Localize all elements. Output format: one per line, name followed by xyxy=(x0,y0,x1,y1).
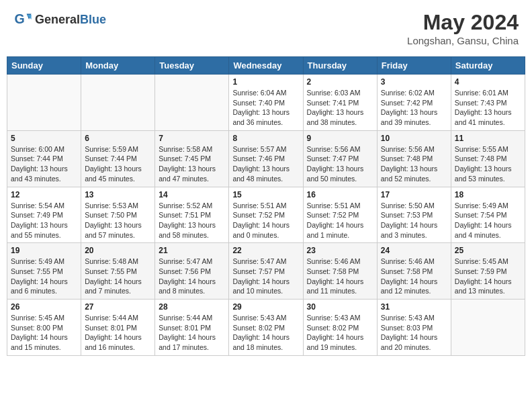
title-block: May 2024 Longshan, Gansu, China xyxy=(407,10,519,46)
weekday-header-monday: Monday xyxy=(81,57,155,75)
day-info: Sunrise: 6:00 AM Sunset: 7:44 PM Dayligh… xyxy=(11,144,77,184)
day-number: 19 xyxy=(11,246,77,255)
day-number: 10 xyxy=(381,134,447,143)
day-info: Sunrise: 5:57 AM Sunset: 7:46 PM Dayligh… xyxy=(232,144,299,184)
day-info: Sunrise: 5:54 AM Sunset: 7:49 PM Dayligh… xyxy=(11,201,77,240)
day-info: Sunrise: 5:46 AM Sunset: 7:58 PM Dayligh… xyxy=(307,257,373,296)
calendar-cell: 3Sunrise: 6:02 AM Sunset: 7:42 PM Daylig… xyxy=(377,75,451,131)
calendar-cell: 17Sunrise: 5:50 AM Sunset: 7:53 PM Dayli… xyxy=(377,187,451,243)
month-title: May 2024 xyxy=(407,10,519,35)
day-number: 17 xyxy=(381,190,447,199)
day-number: 15 xyxy=(232,190,299,199)
day-number: 5 xyxy=(11,134,77,143)
day-number: 23 xyxy=(307,246,373,255)
day-number: 20 xyxy=(85,246,151,255)
day-info: Sunrise: 6:02 AM Sunset: 7:42 PM Dayligh… xyxy=(381,88,447,128)
day-info: Sunrise: 5:45 AM Sunset: 7:59 PM Dayligh… xyxy=(455,257,521,296)
day-number: 3 xyxy=(381,77,447,87)
day-number: 18 xyxy=(455,190,521,199)
weekday-header-saturday: Saturday xyxy=(451,57,525,75)
day-info: Sunrise: 5:47 AM Sunset: 7:56 PM Dayligh… xyxy=(159,257,225,296)
logo: G GeneralBlue xyxy=(13,10,106,29)
calendar-week-row: 26Sunrise: 5:45 AM Sunset: 8:00 PM Dayli… xyxy=(7,300,525,356)
day-number: 2 xyxy=(307,77,373,87)
day-info: Sunrise: 5:55 AM Sunset: 7:48 PM Dayligh… xyxy=(455,144,521,184)
day-number: 31 xyxy=(381,302,447,312)
calendar-cell: 9Sunrise: 5:56 AM Sunset: 7:47 PM Daylig… xyxy=(303,130,377,187)
calendar-cell: 28Sunrise: 5:44 AM Sunset: 8:01 PM Dayli… xyxy=(155,300,229,356)
calendar-cell: 19Sunrise: 5:49 AM Sunset: 7:55 PM Dayli… xyxy=(7,243,81,300)
day-number: 30 xyxy=(307,302,373,312)
calendar-cell: 15Sunrise: 5:51 AM Sunset: 7:52 PM Dayli… xyxy=(229,187,303,243)
day-number: 12 xyxy=(11,190,77,199)
calendar-cell: 5Sunrise: 6:00 AM Sunset: 7:44 PM Daylig… xyxy=(7,130,81,187)
day-number: 7 xyxy=(159,134,225,143)
weekday-header-thursday: Thursday xyxy=(303,57,377,75)
calendar-cell: 30Sunrise: 5:43 AM Sunset: 8:02 PM Dayli… xyxy=(303,300,377,356)
logo-icon: G xyxy=(13,10,32,29)
day-info: Sunrise: 5:53 AM Sunset: 7:50 PM Dayligh… xyxy=(85,201,151,240)
day-number: 24 xyxy=(381,246,447,255)
day-info: Sunrise: 5:45 AM Sunset: 8:00 PM Dayligh… xyxy=(11,313,77,353)
logo-blue: Blue xyxy=(80,13,106,26)
calendar-cell: 2Sunrise: 6:03 AM Sunset: 7:41 PM Daylig… xyxy=(303,75,377,131)
day-info: Sunrise: 6:04 AM Sunset: 7:40 PM Dayligh… xyxy=(232,88,299,128)
day-number: 4 xyxy=(455,77,521,87)
calendar-cell: 6Sunrise: 5:59 AM Sunset: 7:44 PM Daylig… xyxy=(81,130,155,187)
day-number: 29 xyxy=(232,302,299,312)
day-info: Sunrise: 5:56 AM Sunset: 7:48 PM Dayligh… xyxy=(381,144,447,184)
day-number: 21 xyxy=(159,246,225,255)
calendar-cell: 12Sunrise: 5:54 AM Sunset: 7:49 PM Dayli… xyxy=(7,187,81,243)
day-info: Sunrise: 5:51 AM Sunset: 7:52 PM Dayligh… xyxy=(232,201,299,240)
calendar-cell: 23Sunrise: 5:46 AM Sunset: 7:58 PM Dayli… xyxy=(303,243,377,300)
day-info: Sunrise: 6:01 AM Sunset: 7:43 PM Dayligh… xyxy=(455,88,521,128)
calendar-cell: 18Sunrise: 5:49 AM Sunset: 7:54 PM Dayli… xyxy=(451,187,525,243)
location-title: Longshan, Gansu, China xyxy=(407,35,519,46)
weekday-header-sunday: Sunday xyxy=(7,57,81,75)
weekday-header-wednesday: Wednesday xyxy=(229,57,303,75)
logo-general: General xyxy=(35,13,80,26)
calendar-week-row: 12Sunrise: 5:54 AM Sunset: 7:49 PM Dayli… xyxy=(7,187,525,243)
calendar-cell: 13Sunrise: 5:53 AM Sunset: 7:50 PM Dayli… xyxy=(81,187,155,243)
day-info: Sunrise: 5:58 AM Sunset: 7:45 PM Dayligh… xyxy=(159,144,225,184)
calendar-table: SundayMondayTuesdayWednesdayThursdayFrid… xyxy=(7,56,525,356)
day-info: Sunrise: 6:03 AM Sunset: 7:41 PM Dayligh… xyxy=(307,88,373,128)
day-info: Sunrise: 5:44 AM Sunset: 8:01 PM Dayligh… xyxy=(85,313,151,353)
day-info: Sunrise: 5:59 AM Sunset: 7:44 PM Dayligh… xyxy=(85,144,151,184)
weekday-header-friday: Friday xyxy=(377,57,451,75)
day-number: 13 xyxy=(85,190,151,199)
day-info: Sunrise: 5:51 AM Sunset: 7:52 PM Dayligh… xyxy=(307,201,373,240)
calendar-cell: 24Sunrise: 5:46 AM Sunset: 7:58 PM Dayli… xyxy=(377,243,451,300)
day-info: Sunrise: 5:52 AM Sunset: 7:51 PM Dayligh… xyxy=(159,201,225,240)
day-info: Sunrise: 5:46 AM Sunset: 7:58 PM Dayligh… xyxy=(381,257,447,296)
calendar-cell: 26Sunrise: 5:45 AM Sunset: 8:00 PM Dayli… xyxy=(7,300,81,356)
calendar-cell: 16Sunrise: 5:51 AM Sunset: 7:52 PM Dayli… xyxy=(303,187,377,243)
calendar-cell: 27Sunrise: 5:44 AM Sunset: 8:01 PM Dayli… xyxy=(81,300,155,356)
calendar-cell: 7Sunrise: 5:58 AM Sunset: 7:45 PM Daylig… xyxy=(155,130,229,187)
calendar-cell: 20Sunrise: 5:48 AM Sunset: 7:55 PM Dayli… xyxy=(81,243,155,300)
calendar-cell: 31Sunrise: 5:43 AM Sunset: 8:03 PM Dayli… xyxy=(377,300,451,356)
page-header: G GeneralBlue May 2024 Longshan, Gansu, … xyxy=(7,7,525,50)
day-number: 28 xyxy=(159,302,225,312)
day-number: 22 xyxy=(232,246,299,255)
calendar-cell: 8Sunrise: 5:57 AM Sunset: 7:46 PM Daylig… xyxy=(229,130,303,187)
day-number: 8 xyxy=(232,134,299,143)
calendar-header-row: SundayMondayTuesdayWednesdayThursdayFrid… xyxy=(7,57,525,75)
calendar-cell xyxy=(451,300,525,356)
day-number: 16 xyxy=(307,190,373,199)
svg-text:G: G xyxy=(14,11,24,26)
day-info: Sunrise: 5:43 AM Sunset: 8:02 PM Dayligh… xyxy=(307,313,373,353)
day-info: Sunrise: 5:44 AM Sunset: 8:01 PM Dayligh… xyxy=(159,313,225,353)
calendar-cell: 14Sunrise: 5:52 AM Sunset: 7:51 PM Dayli… xyxy=(155,187,229,243)
calendar-cell: 25Sunrise: 5:45 AM Sunset: 7:59 PM Dayli… xyxy=(451,243,525,300)
calendar-cell: 11Sunrise: 5:55 AM Sunset: 7:48 PM Dayli… xyxy=(451,130,525,187)
day-number: 9 xyxy=(307,134,373,143)
calendar-cell: 29Sunrise: 5:43 AM Sunset: 8:02 PM Dayli… xyxy=(229,300,303,356)
weekday-header-tuesday: Tuesday xyxy=(155,57,229,75)
calendar-cell: 1Sunrise: 6:04 AM Sunset: 7:40 PM Daylig… xyxy=(229,75,303,131)
day-info: Sunrise: 5:49 AM Sunset: 7:54 PM Dayligh… xyxy=(455,201,521,240)
calendar-week-row: 19Sunrise: 5:49 AM Sunset: 7:55 PM Dayli… xyxy=(7,243,525,300)
day-number: 25 xyxy=(455,246,521,255)
calendar-cell xyxy=(7,75,81,131)
day-info: Sunrise: 5:56 AM Sunset: 7:47 PM Dayligh… xyxy=(307,144,373,184)
